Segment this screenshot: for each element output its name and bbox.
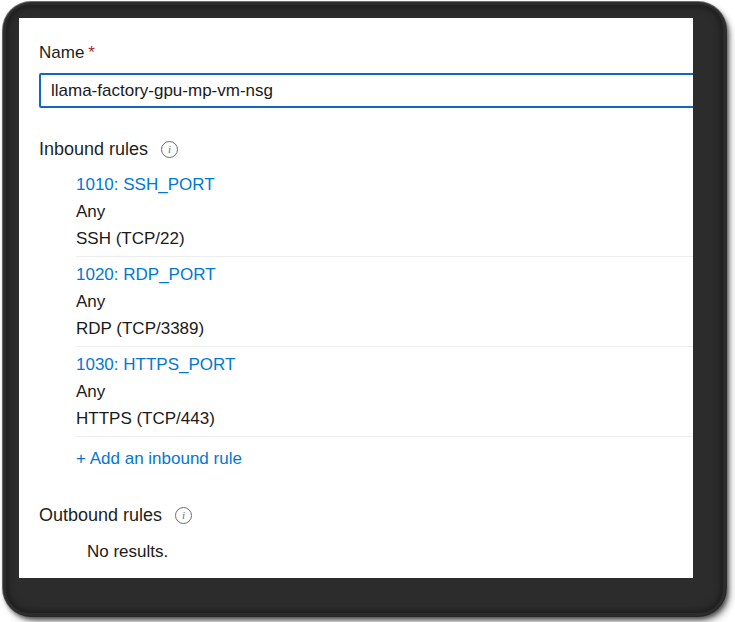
inbound-rule-row: 1020: RDP_PORT Any RDP (TCP/3389) (76, 257, 693, 347)
inbound-rule-link[interactable]: 1030: HTTPS_PORT (76, 351, 235, 378)
outbound-rules-header: Outbound rules i (39, 505, 192, 525)
outbound-no-results-text: No results. (87, 542, 693, 562)
rule-source: Any (76, 288, 693, 315)
rule-service: RDP (TCP/3389) (76, 315, 693, 342)
inbound-rules-label: Inbound rules (39, 139, 148, 159)
screenshot-stage: Name* Inbound rules i 1010: SSH_PORT Any… (0, 0, 735, 622)
add-inbound-rule-link[interactable]: + Add an inbound rule (76, 449, 242, 468)
inbound-rule-link[interactable]: 1010: SSH_PORT (76, 171, 215, 198)
outbound-rules-label: Outbound rules (39, 505, 162, 525)
required-asterisk: * (88, 43, 95, 62)
nsg-form-panel: Name* Inbound rules i 1010: SSH_PORT Any… (19, 18, 693, 578)
rule-service: HTTPS (TCP/443) (76, 405, 693, 432)
rule-service: SSH (TCP/22) (76, 225, 693, 252)
inbound-rules-list: 1010: SSH_PORT Any SSH (TCP/22) 1020: RD… (76, 167, 693, 478)
info-icon[interactable]: i (161, 141, 178, 158)
name-label-text: Name (39, 43, 84, 62)
inbound-rule-row: 1030: HTTPS_PORT Any HTTPS (TCP/443) (76, 347, 693, 437)
inbound-rules-header: Inbound rules i (39, 139, 178, 159)
info-icon[interactable]: i (175, 507, 192, 524)
name-field-label: Name* (39, 44, 693, 62)
add-inbound-rule-row: + Add an inbound rule (76, 437, 693, 478)
rule-source: Any (76, 198, 693, 225)
nsg-name-input[interactable] (39, 73, 693, 108)
inbound-rule-link[interactable]: 1020: RDP_PORT (76, 261, 216, 288)
inbound-rule-row: 1010: SSH_PORT Any SSH (TCP/22) (76, 167, 693, 257)
rule-source: Any (76, 378, 693, 405)
